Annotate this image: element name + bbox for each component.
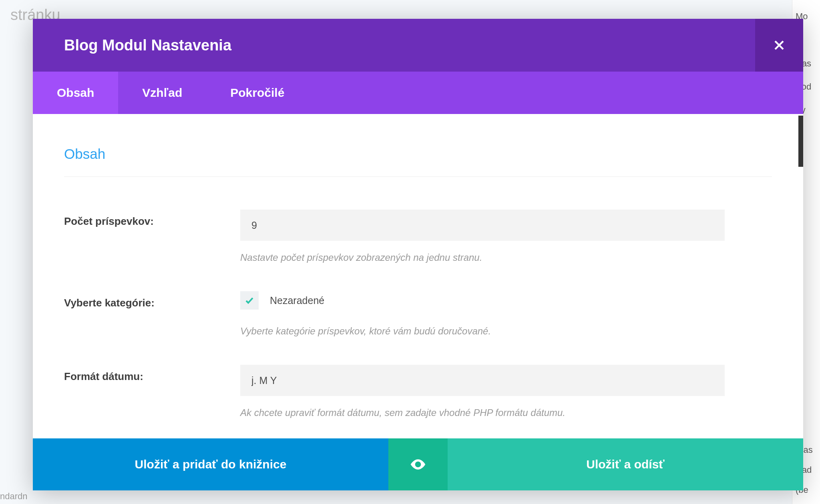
save-and-exit-button[interactable]: Uložiť a odísť — [448, 438, 803, 490]
posts-count-input[interactable] — [240, 210, 725, 241]
modal-title: Blog Modul Nastavenia — [33, 37, 231, 54]
field-label-wrapper: Počet príspevkov: — [64, 210, 240, 228]
field-input-wrapper: Nezaradené Vyberte kategórie príspevkov,… — [240, 291, 725, 337]
section-title: Obsah — [64, 146, 772, 177]
save-to-library-button[interactable]: Uložiť a pridať do knižnice — [33, 438, 388, 490]
tab-design[interactable]: Vzhľad — [118, 72, 206, 114]
categories-label: Vyberte kategórie: — [64, 297, 155, 309]
field-input-wrapper: Nastavte počet príspevkov zobrazených na… — [240, 210, 725, 263]
eye-icon — [409, 456, 427, 473]
field-posts-count: Počet príspevkov: Nastavte počet príspev… — [64, 210, 772, 263]
svg-point-2 — [416, 463, 420, 466]
tab-content[interactable]: Obsah — [33, 72, 118, 114]
field-label-wrapper: Formát dátumu: — [64, 365, 240, 383]
modal-footer: Uložiť a pridať do knižnice Uložiť a odí… — [33, 438, 803, 490]
category-option: Nezaradené — [240, 291, 725, 310]
close-button[interactable] — [755, 19, 803, 72]
field-input-wrapper: Ak chcete upraviť formát dátumu, sem zad… — [240, 365, 725, 418]
field-label-wrapper: Vyberte kategórie: — [64, 291, 240, 309]
tabs: Obsah Vzhľad Pokročilé — [33, 72, 803, 114]
field-date-format: Formát dátumu: Ak chcete upraviť formát … — [64, 365, 772, 418]
tab-advanced[interactable]: Pokročilé — [206, 72, 308, 114]
close-icon — [773, 39, 785, 51]
scrollbar-thumb[interactable] — [798, 116, 803, 167]
date-format-input[interactable] — [240, 365, 725, 396]
field-categories: Vyberte kategórie: Nezaradené Vyberte ka… — [64, 291, 772, 337]
date-format-label: Formát dátumu: — [64, 370, 143, 382]
check-icon — [245, 296, 254, 305]
posts-count-hint: Nastavte počet príspevkov zobrazených na… — [240, 252, 725, 263]
categories-hint: Vyberte kategórie príspevkov, ktoré vám … — [240, 326, 725, 337]
date-format-hint: Ak chcete upraviť formát dátumu, sem zad… — [240, 407, 725, 418]
modal-header: Blog Modul Nastavenia — [33, 19, 803, 72]
preview-button[interactable] — [388, 438, 448, 490]
background-text-bottom: ndardn — [0, 491, 28, 502]
posts-count-label: Počet príspevkov: — [64, 215, 154, 227]
settings-modal: Blog Modul Nastavenia Obsah Vzhľad Pokro… — [33, 19, 803, 490]
modal-body: Obsah Počet príspevkov: Nastavte počet p… — [33, 114, 803, 438]
category-checkbox[interactable] — [240, 291, 259, 310]
category-option-label: Nezaradené — [270, 295, 324, 306]
